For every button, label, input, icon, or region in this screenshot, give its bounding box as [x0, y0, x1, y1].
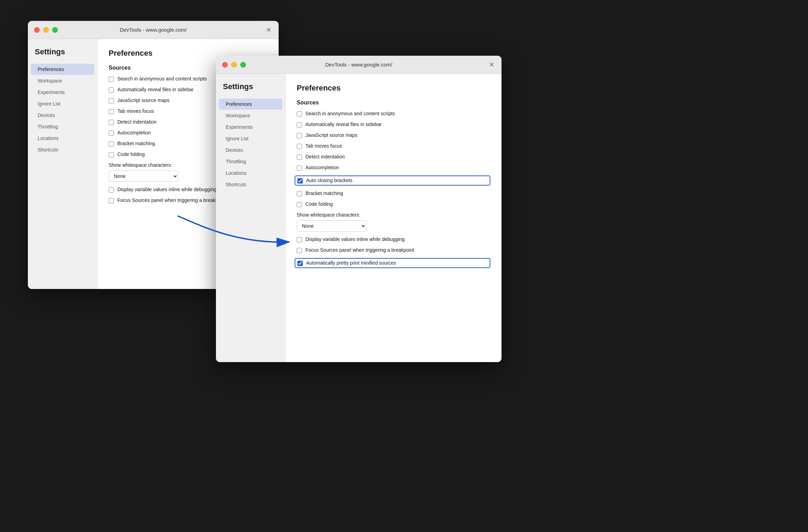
sidebar-item-locations-back[interactable]: Locations — [31, 133, 94, 144]
sidebar-item-devices-back[interactable]: Devices — [31, 110, 94, 121]
checkbox-bracket-matching-input-back[interactable] — [109, 141, 114, 147]
checkbox-anonymous-input-back[interactable] — [109, 77, 114, 82]
whitespace-label-front: Show whitespace characters: — [297, 212, 490, 218]
sidebar-item-devices-front[interactable]: Devices — [219, 144, 282, 156]
checkbox-auto-closing-brackets-front[interactable]: Auto closing brackets — [295, 175, 490, 186]
traffic-light-green-back[interactable] — [52, 27, 58, 33]
sidebar-item-locations-front[interactable]: Locations — [219, 167, 282, 179]
checkbox-reveal-files-input-front[interactable] — [297, 122, 302, 127]
traffic-light-red-front[interactable] — [222, 62, 228, 68]
checkbox-reveal-files-front[interactable]: Automatically reveal files in sidebar — [297, 122, 490, 127]
settings-title-back: Settings — [28, 47, 97, 63]
checkbox-display-var-front[interactable]: Display variable values inline while deb… — [297, 236, 490, 242]
checkbox-tab-focus-input-front[interactable] — [297, 144, 302, 149]
auto-closing-brackets-label: Auto closing brackets — [306, 178, 352, 183]
checkbox-detect-indent-input-back[interactable] — [109, 120, 114, 125]
whitespace-select-wrapper-front: None All Trailing — [297, 220, 490, 232]
close-button-back[interactable]: ✕ — [265, 26, 272, 34]
traffic-light-yellow-front[interactable] — [231, 62, 237, 68]
checkbox-display-var-input-back[interactable] — [109, 187, 114, 193]
settings-body-front: Settings Preferences Workspace Experimen… — [216, 74, 502, 362]
checkbox-display-var-input-front[interactable] — [297, 237, 302, 242]
sidebar-item-experiments-back[interactable]: Experiments — [31, 87, 94, 98]
checkbox-code-folding-input-back[interactable] — [109, 152, 114, 157]
content-title-front: Preferences — [297, 84, 490, 93]
titlebar-title-back: DevTools - www.google.com/ — [120, 27, 187, 33]
sidebar-item-throttling-front[interactable]: Throttling — [219, 156, 282, 167]
sidebar-item-workspace-back[interactable]: Workspace — [31, 75, 94, 86]
checkbox-autocompletion-front[interactable]: Autocompletion — [297, 165, 490, 171]
sidebar-item-throttling-back[interactable]: Throttling — [31, 121, 94, 132]
checkbox-tab-focus-front[interactable]: Tab moves focus — [297, 143, 490, 149]
sidebar-item-shortcuts-back[interactable]: Shortcuts — [31, 144, 94, 155]
checkbox-focus-sources-front[interactable]: Focus Sources panel when triggering a br… — [297, 247, 490, 253]
sidebar-item-workspace-front[interactable]: Workspace — [219, 110, 282, 121]
checkbox-autocompletion-input-front[interactable] — [297, 165, 302, 171]
sidebar-item-ignorelist-back[interactable]: Ignore List — [31, 98, 94, 109]
traffic-lights-back — [34, 27, 58, 33]
titlebar-title-front: DevTools - www.google.com/ — [325, 62, 393, 68]
checkbox-js-sourcemaps-input-front[interactable] — [297, 133, 302, 138]
traffic-light-green-front[interactable] — [240, 62, 246, 68]
sidebar-item-shortcuts-front[interactable]: Shortcuts — [219, 179, 282, 190]
checkbox-pretty-print-input-front[interactable] — [297, 261, 303, 266]
checkbox-detect-indent-input-front[interactable] — [297, 155, 302, 160]
sidebar-back: Settings Preferences Workspace Experimen… — [28, 39, 98, 289]
checkbox-bracket-matching-front[interactable]: Bracket matching — [297, 190, 490, 196]
content-front: Preferences Sources Search in anonymous … — [286, 74, 502, 362]
checkbox-autocompletion-input-back[interactable] — [109, 131, 114, 136]
checkbox-focus-sources-input-back[interactable] — [109, 198, 114, 203]
checkbox-anonymous-input-front[interactable] — [297, 111, 302, 117]
checkbox-tab-focus-input-back[interactable] — [109, 109, 114, 114]
settings-title-front: Settings — [216, 82, 285, 98]
titlebar-front: DevTools - www.google.com/ ✕ — [216, 56, 502, 74]
checkbox-auto-closing-brackets-input-front[interactable] — [297, 178, 303, 183]
checkbox-reveal-files-input-back[interactable] — [109, 87, 114, 93]
traffic-light-red-back[interactable] — [34, 27, 40, 33]
checkbox-focus-sources-input-front[interactable] — [297, 248, 302, 253]
devtools-window-front: DevTools - www.google.com/ ✕ Settings Pr… — [216, 56, 502, 362]
checkbox-pretty-print-front[interactable]: Automatically pretty print minified sour… — [295, 258, 490, 268]
titlebar-back: DevTools - www.google.com/ ✕ — [28, 21, 279, 39]
checkbox-anonymous-front[interactable]: Search in anonymous and content scripts — [297, 111, 490, 117]
pretty-print-label: Automatically pretty print minified sour… — [306, 260, 396, 266]
sidebar-item-ignorelist-front[interactable]: Ignore List — [219, 133, 282, 144]
sidebar-item-experiments-front[interactable]: Experiments — [219, 122, 282, 133]
whitespace-select-back[interactable]: None All Trailing — [109, 171, 178, 182]
checkbox-js-sourcemaps-front[interactable]: JavaScript source maps — [297, 132, 490, 138]
checkbox-detect-indent-front[interactable]: Detect indentation — [297, 154, 490, 160]
sidebar-front: Settings Preferences Workspace Experimen… — [216, 74, 286, 362]
sidebar-item-preferences-back[interactable]: Preferences — [31, 64, 94, 75]
section-sources-front: Sources — [297, 100, 490, 106]
whitespace-select-front[interactable]: None All Trailing — [297, 220, 366, 232]
checkbox-bracket-matching-input-front[interactable] — [297, 191, 302, 196]
traffic-light-yellow-back[interactable] — [43, 27, 49, 33]
sidebar-item-preferences-front[interactable]: Preferences — [219, 99, 282, 110]
traffic-lights-front — [222, 62, 246, 68]
checkbox-code-folding-front[interactable]: Code folding — [297, 201, 490, 207]
close-button-front[interactable]: ✕ — [488, 61, 495, 69]
checkbox-code-folding-input-front[interactable] — [297, 202, 302, 207]
checkbox-js-sourcemaps-input-back[interactable] — [109, 98, 114, 103]
